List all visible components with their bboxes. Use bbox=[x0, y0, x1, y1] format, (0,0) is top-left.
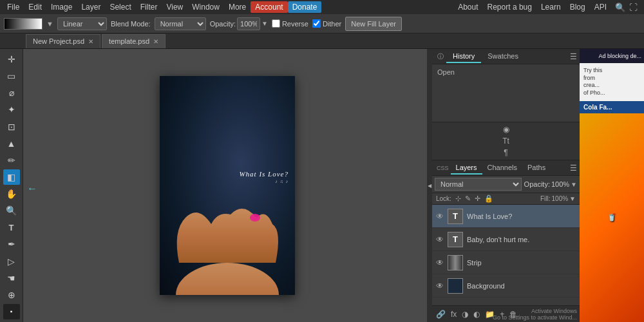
lasso-tool[interactable]: ⌀ bbox=[3, 85, 20, 100]
history-item-open[interactable]: Open bbox=[437, 67, 574, 77]
menu-learn[interactable]: Learn bbox=[536, 1, 565, 13]
layers-menu-icon[interactable]: ☰ bbox=[570, 164, 577, 173]
menu-report-bug[interactable]: Report a bug bbox=[483, 1, 536, 13]
layers-tabs: CSS Layers Channels Paths ☰ bbox=[432, 160, 580, 176]
activate-line2: Go to Settings to activate Wind... bbox=[493, 314, 577, 321]
layers-lock-row: Lock: ⊹ ✎ ✛ 🔒 Fill: 100% ▼ bbox=[432, 193, 580, 205]
brush-tool[interactable]: ✏ bbox=[3, 153, 20, 168]
menu-more[interactable]: More bbox=[224, 1, 251, 13]
layer-3-name: Background bbox=[467, 282, 576, 290]
svg-point-1 bbox=[250, 214, 260, 222]
paint-bucket-tool[interactable]: ▲ bbox=[3, 136, 20, 151]
layer-1-thumb: T bbox=[448, 232, 463, 247]
fill-value: 100% bbox=[552, 195, 569, 202]
gradient-type-select[interactable]: Linear Radial Angle Reflected Diamond bbox=[57, 17, 107, 30]
right-panel: ◀ ⓘ History Swatches ☰ Open ◉ Tt ¶ CSS L… bbox=[431, 49, 580, 322]
layer-1-eye-icon[interactable]: 👁 bbox=[436, 235, 444, 244]
tab-paths[interactable]: Paths bbox=[522, 162, 551, 175]
move-tool[interactable]: ✛ bbox=[3, 52, 20, 67]
gradient-preview[interactable] bbox=[4, 18, 43, 30]
ad-content[interactable]: Try this from crea... of Pho... Cola Fa.… bbox=[580, 63, 644, 322]
panel-icon-2[interactable]: Tt bbox=[502, 137, 509, 146]
lock-move-icon[interactable]: ✛ bbox=[475, 194, 480, 203]
menu-file[interactable]: File bbox=[3, 1, 24, 13]
menu-account[interactable]: Account bbox=[251, 1, 287, 13]
layer-3-eye-icon[interactable]: 👁 bbox=[436, 281, 444, 290]
link-icon[interactable]: 🔗 bbox=[436, 310, 446, 319]
mask-icon[interactable]: ◑ bbox=[462, 310, 468, 319]
canvas-image: What Is Love? ♪ ♫ ♪ bbox=[160, 76, 295, 295]
magnify-tool[interactable]: ⊕ bbox=[3, 287, 20, 303]
panel-icon-3[interactable]: ¶ bbox=[504, 148, 507, 157]
menu-edit[interactable]: Edit bbox=[24, 1, 46, 13]
layer-item-2[interactable]: 👁 Strip bbox=[432, 251, 580, 274]
left-toolbox: ✛ ▭ ⌀ ✦ ⊡ ▲ ✏ ◧ ✋ 🔍 T ✒ ▷ ☚ ⊕ ▪ bbox=[0, 49, 23, 322]
reverse-checkbox[interactable] bbox=[272, 19, 280, 28]
panel-info-icon[interactable]: ⓘ bbox=[435, 52, 446, 61]
tab-channels[interactable]: Channels bbox=[482, 162, 522, 175]
hand-element bbox=[160, 166, 295, 295]
tab-template[interactable]: template.psd ✕ bbox=[102, 34, 166, 48]
layer-mode-select[interactable]: Normal Multiply Screen bbox=[435, 178, 522, 191]
zoom-tool[interactable]: 🔍 bbox=[3, 203, 20, 218]
menu-bar: File Edit Image Layer Select Filter View… bbox=[0, 0, 644, 14]
layer-1-name: Baby, don't hurt me. bbox=[467, 236, 576, 243]
opacity-label: Opacity: bbox=[210, 20, 236, 28]
layer-item-0[interactable]: 👁 T What Is Love? bbox=[432, 205, 580, 228]
menu-image[interactable]: Image bbox=[46, 1, 77, 13]
opacity-input[interactable]: 100% bbox=[237, 17, 260, 30]
menu-select[interactable]: Select bbox=[105, 1, 135, 13]
opacity-arrow-icon[interactable]: ▼ bbox=[571, 181, 577, 188]
fullscreen-icon[interactable]: ⛶ bbox=[629, 3, 638, 12]
lock-padlock-icon[interactable]: 🔒 bbox=[484, 194, 493, 203]
dither-label: Dither bbox=[323, 20, 341, 28]
tab-new-project[interactable]: New Project.psd ✕ bbox=[26, 34, 100, 48]
layer-2-eye-icon[interactable]: 👁 bbox=[436, 258, 444, 267]
layer-item-1[interactable]: 👁 T Baby, don't hurt me. bbox=[432, 228, 580, 251]
menu-blog[interactable]: Blog bbox=[565, 1, 590, 13]
new-fill-button[interactable]: New Fill Layer bbox=[345, 17, 402, 31]
tab-new-project-close[interactable]: ✕ bbox=[88, 38, 93, 45]
text-tool[interactable]: T bbox=[3, 220, 20, 235]
menu-window[interactable]: Window bbox=[187, 1, 224, 13]
crop-tool[interactable]: ⊡ bbox=[3, 119, 20, 135]
menu-filter[interactable]: Filter bbox=[136, 1, 162, 13]
canvas-area[interactable]: What Is Love? ♪ ♫ ♪ ← bbox=[23, 49, 431, 322]
menu-donate[interactable]: Donate bbox=[288, 1, 322, 13]
opacity-value: 100% bbox=[551, 180, 569, 188]
menu-layer[interactable]: Layer bbox=[77, 1, 105, 13]
hand-tool[interactable]: ☚ bbox=[3, 270, 20, 286]
opacity-dropdown-icon[interactable]: ▼ bbox=[261, 20, 268, 27]
blend-mode-select[interactable]: Normal Multiply Screen bbox=[155, 17, 206, 30]
tab-history[interactable]: History bbox=[446, 50, 481, 63]
tab-template-label: template.psd bbox=[109, 37, 149, 45]
lock-brush-icon[interactable]: ✎ bbox=[465, 194, 471, 203]
layer-item-3[interactable]: 👁 Background bbox=[432, 274, 580, 298]
layer-3-thumb bbox=[448, 278, 463, 294]
layer-0-eye-icon[interactable]: 👁 bbox=[436, 212, 444, 221]
panel-menu-icon[interactable]: ☰ bbox=[570, 52, 577, 61]
dither-checkbox[interactable] bbox=[312, 19, 321, 28]
tab-layers[interactable]: Layers bbox=[451, 162, 482, 175]
menu-api[interactable]: API bbox=[590, 1, 611, 13]
magic-wand-tool[interactable]: ✦ bbox=[3, 102, 20, 117]
tabs-row: New Project.psd ✕ template.psd ✕ bbox=[0, 33, 644, 49]
search-icon[interactable]: 🔍 bbox=[615, 3, 625, 12]
color-swatch[interactable]: ▪ bbox=[3, 304, 20, 319]
fx-icon[interactable]: fx bbox=[451, 310, 457, 319]
menu-about[interactable]: About bbox=[453, 1, 482, 13]
shape-tool[interactable]: ▷ bbox=[3, 254, 20, 269]
fill-arrow-icon[interactable]: ▼ bbox=[569, 195, 576, 202]
tab-template-close[interactable]: ✕ bbox=[153, 38, 158, 45]
gradient-dropdown-icon[interactable]: ▼ bbox=[46, 20, 53, 28]
adjustment-icon[interactable]: ◐ bbox=[473, 310, 480, 319]
selection-tool[interactable]: ▭ bbox=[3, 68, 20, 84]
tab-swatches[interactable]: Swatches bbox=[481, 50, 525, 63]
pen-tool[interactable]: ✒ bbox=[3, 236, 20, 252]
panel-collapse-strip[interactable]: ◀ bbox=[427, 49, 432, 322]
eyedropper-tool[interactable]: ✋ bbox=[3, 186, 20, 202]
gradient-tool[interactable]: ◧ bbox=[3, 169, 20, 185]
panel-icon-1[interactable]: ◉ bbox=[503, 125, 509, 134]
menu-view[interactable]: View bbox=[162, 1, 187, 13]
lock-crosshair-icon[interactable]: ⊹ bbox=[455, 194, 461, 203]
